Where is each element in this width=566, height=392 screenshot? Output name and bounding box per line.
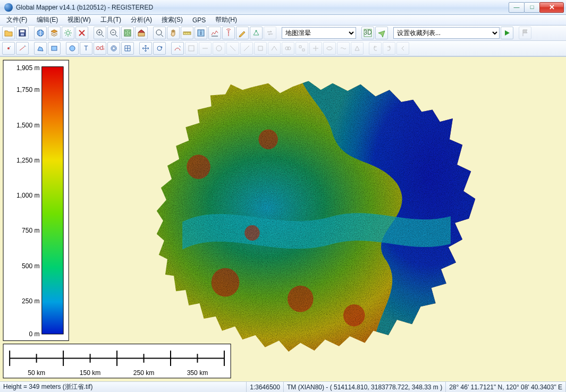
hand-icon bbox=[169, 29, 178, 37]
menu-file[interactable]: 文件(F) bbox=[2, 14, 31, 25]
status-scale: 1:3646500 bbox=[247, 382, 284, 392]
svg-rect-7 bbox=[124, 30, 131, 36]
convert-icon bbox=[266, 29, 274, 37]
download-button[interactable] bbox=[34, 27, 47, 39]
menu-search[interactable]: 搜索(S) bbox=[157, 14, 187, 25]
generic-icon bbox=[215, 44, 223, 53]
tb2-btn-e[interactable] bbox=[240, 42, 253, 55]
create-point-button[interactable] bbox=[2, 42, 15, 55]
full-view-button[interactable] bbox=[121, 27, 134, 39]
maximize-button[interactable]: □ bbox=[524, 2, 540, 13]
zoom-in-button[interactable] bbox=[94, 27, 106, 39]
svg-text:i: i bbox=[200, 29, 202, 37]
create-rect-button[interactable] bbox=[48, 42, 61, 55]
map-viewport[interactable]: 1,905 m 1,750 m 1,500 m 1,250 m 1,000 m … bbox=[0, 56, 566, 381]
folder-icon bbox=[4, 29, 13, 37]
create-cogo-button[interactable]: coda bbox=[94, 42, 106, 55]
menu-help[interactable]: 帮助(H) bbox=[211, 14, 241, 25]
menu-analysis[interactable]: 分析(A) bbox=[126, 14, 156, 25]
tb2-btn-m[interactable] bbox=[351, 42, 364, 55]
create-area-button[interactable] bbox=[34, 42, 47, 55]
toolbar-main: i 地图渲晕 3D 设置收藏列表... bbox=[0, 25, 566, 41]
flag-button[interactable] bbox=[519, 27, 531, 39]
measure-tool-button[interactable] bbox=[181, 27, 193, 39]
viewshed-button[interactable] bbox=[222, 27, 235, 39]
legend-label-6: 500 m bbox=[22, 262, 40, 270]
generic-icon bbox=[187, 44, 196, 53]
menu-view[interactable]: 视图(W) bbox=[63, 14, 95, 25]
rotate-icon bbox=[155, 44, 164, 53]
app-icon bbox=[4, 3, 13, 12]
coords-icon: coda bbox=[96, 44, 104, 53]
svg-point-22 bbox=[112, 47, 115, 50]
svg-point-24 bbox=[216, 46, 222, 51]
undo-button[interactable] bbox=[369, 42, 382, 55]
tb2-btn-f[interactable] bbox=[254, 42, 267, 55]
svg-point-35 bbox=[343, 304, 365, 326]
menu-edit[interactable]: 编辑(E) bbox=[32, 14, 62, 25]
zoom-out-icon bbox=[109, 29, 118, 37]
rotate-button[interactable] bbox=[153, 42, 166, 55]
create-circle-button[interactable] bbox=[66, 42, 79, 55]
map-shader-combo[interactable]: 地图渲晕 bbox=[282, 27, 356, 39]
play-icon bbox=[503, 29, 511, 37]
coord-convert-button[interactable] bbox=[264, 27, 276, 39]
generic-icon bbox=[256, 44, 265, 53]
trace-button[interactable] bbox=[171, 42, 184, 55]
status-latlon: 28° 46' 11.7121" N, 120° 08' 40.3403" E bbox=[446, 382, 566, 392]
menu-tools[interactable]: 工具(T) bbox=[96, 14, 125, 25]
3d-view-button[interactable]: 3D bbox=[361, 27, 374, 39]
overlay-control-button[interactable] bbox=[48, 27, 61, 39]
svg-rect-23 bbox=[189, 46, 194, 51]
tb2-btn-d[interactable] bbox=[226, 42, 239, 55]
zoom-in-icon bbox=[96, 29, 104, 37]
create-range-ring-button[interactable] bbox=[107, 42, 120, 55]
trace-icon bbox=[173, 44, 182, 53]
rings-icon bbox=[109, 44, 118, 53]
run-button[interactable] bbox=[501, 27, 513, 39]
save-button[interactable] bbox=[16, 27, 29, 39]
close-button[interactable]: ✕ bbox=[539, 2, 564, 13]
scalebar-label-3: 350 km bbox=[187, 369, 208, 376]
create-line-button[interactable] bbox=[16, 42, 29, 55]
tb2-btn-l[interactable] bbox=[337, 42, 350, 55]
tb2-btn-k[interactable] bbox=[323, 42, 336, 55]
configure-button[interactable] bbox=[62, 27, 74, 39]
circle-icon bbox=[68, 44, 77, 53]
floppy-icon bbox=[18, 29, 27, 37]
create-grid-button[interactable] bbox=[121, 42, 134, 55]
back-button[interactable] bbox=[396, 42, 409, 55]
tb2-btn-c[interactable] bbox=[213, 42, 225, 55]
legend-label-2: 1,500 m bbox=[16, 121, 40, 129]
path-profile-button[interactable] bbox=[208, 27, 221, 39]
create-text-button[interactable]: T bbox=[80, 42, 92, 55]
rect-icon bbox=[50, 44, 58, 53]
window-buttons: — □ ✕ bbox=[509, 2, 564, 13]
open-button[interactable] bbox=[2, 27, 15, 39]
digitizer-button[interactable] bbox=[236, 27, 249, 39]
3d-flythrough-button[interactable] bbox=[375, 27, 388, 39]
redo-icon bbox=[385, 44, 393, 53]
home-button[interactable] bbox=[135, 27, 148, 39]
redo-button[interactable] bbox=[383, 42, 395, 55]
tb2-btn-h[interactable] bbox=[282, 42, 294, 55]
tb2-btn-g[interactable] bbox=[268, 42, 281, 55]
profile-icon bbox=[210, 29, 219, 37]
info-tool-button[interactable]: i bbox=[195, 27, 207, 39]
tb2-btn-a[interactable] bbox=[185, 42, 198, 55]
tb2-btn-b[interactable] bbox=[199, 42, 212, 55]
unload-button[interactable] bbox=[75, 27, 88, 39]
minimize-icon: — bbox=[514, 4, 520, 10]
tb2-btn-j[interactable] bbox=[309, 42, 322, 55]
zoom-out-button[interactable] bbox=[107, 27, 120, 39]
move-button[interactable] bbox=[139, 42, 152, 55]
pan-tool-button[interactable] bbox=[167, 27, 180, 39]
favorites-combo[interactable]: 设置收藏列表... bbox=[393, 27, 500, 39]
generic-icon bbox=[284, 44, 292, 53]
cogo-button[interactable] bbox=[250, 27, 263, 39]
tb2-btn-i[interactable] bbox=[295, 42, 308, 55]
menu-gps[interactable]: GPS bbox=[188, 15, 210, 25]
zoom-tool-button[interactable] bbox=[153, 27, 166, 39]
minimize-button[interactable]: — bbox=[509, 2, 525, 13]
move-icon bbox=[141, 44, 150, 53]
